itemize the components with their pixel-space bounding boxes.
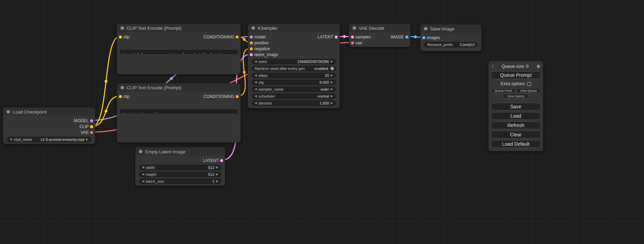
queue-prompt-button[interactable]: Queue Prompt: [491, 71, 540, 79]
input-port-latent-image[interactable]: [250, 53, 253, 56]
increment-arrow-icon[interactable]: ▶: [331, 102, 333, 105]
input-port-negative[interactable]: [250, 47, 253, 50]
output-port-model[interactable]: [90, 119, 93, 122]
next-value-arrow-icon[interactable]: ▶: [331, 88, 333, 91]
node-clip-text-encode-positive[interactable]: CLIP Text Encode (Prompt) clip CONDITION…: [117, 24, 241, 74]
workflow-canvas[interactable]: Load Checkpoint MODEL CLIP VAE ◀ ckpt_na…: [0, 0, 644, 244]
prev-value-arrow-icon[interactable]: ◀: [255, 88, 257, 91]
widget-filename-prefix[interactable]: filename_prefix ComfyUI: [424, 42, 478, 47]
widget-label: seed: [258, 60, 267, 64]
increment-arrow-icon[interactable]: ▶: [331, 74, 333, 77]
widget-label: steps: [258, 73, 267, 78]
toggle-knob-icon[interactable]: [330, 67, 334, 70]
output-slot-label: LATENT: [203, 158, 219, 163]
increment-arrow-icon[interactable]: ▶: [216, 166, 218, 169]
refresh-button[interactable]: Refresh: [491, 121, 540, 129]
widget-ckpt-name[interactable]: ◀ ckpt_name v1-5-pruned-emaonly.ckpt ▶: [7, 137, 91, 142]
settings-gear-icon[interactable]: ✱: [536, 64, 540, 69]
decrement-arrow-icon[interactable]: ◀: [142, 166, 144, 169]
load-button[interactable]: Load: [491, 112, 540, 120]
widget-label: Random seed after every gen: [255, 66, 305, 71]
widget-denoise[interactable]: ◀ denoise 1.000 ▶: [252, 100, 336, 106]
widget-value: 512: [208, 172, 214, 177]
view-history-button[interactable]: View History: [503, 94, 529, 98]
collapse-dot-icon[interactable]: [139, 150, 142, 153]
input-port-model[interactable]: [250, 35, 253, 38]
widget-height[interactable]: ◀ height 512 ▶: [139, 172, 221, 177]
collapse-dot-icon[interactable]: [121, 86, 124, 89]
input-port-positive[interactable]: [250, 41, 253, 44]
widget-value: v1-5-pruned-emaonly.ckpt: [41, 137, 85, 142]
widget-width[interactable]: ◀ width 512 ▶: [139, 165, 221, 170]
next-value-arrow-icon[interactable]: ▶: [86, 138, 88, 141]
decrement-arrow-icon[interactable]: ◀: [142, 180, 144, 183]
input-slot-label: samples: [355, 35, 371, 39]
queue-panel[interactable]: ⠿ Queue size: 0 ✱ Queue Prompt Extra opt…: [488, 61, 543, 151]
output-port-vae[interactable]: [90, 131, 93, 134]
output-slot-label: CONDITIONING: [203, 35, 234, 39]
increment-arrow-icon[interactable]: ▶: [216, 180, 218, 183]
widget-value: 156680208700286: [297, 60, 329, 64]
load-default-button[interactable]: Load Default: [491, 140, 540, 148]
prev-value-arrow-icon[interactable]: ◀: [255, 95, 257, 98]
queue-size-label: Queue size: 0: [494, 64, 536, 69]
output-port-clip[interactable]: [90, 125, 93, 128]
slot-row: MODEL: [3, 118, 95, 124]
input-slot-label: clip: [123, 94, 130, 99]
output-port-latent[interactable]: [335, 35, 338, 38]
node-clip-text-encode-negative[interactable]: CLIP Text Encode (Prompt) clip CONDITION…: [117, 83, 241, 143]
node-vae-decode[interactable]: VAE Decode samples IMAGE vae: [349, 24, 411, 47]
collapse-dot-icon[interactable]: [424, 27, 427, 30]
decrement-arrow-icon[interactable]: ◀: [142, 173, 144, 176]
extra-options-checkbox[interactable]: [527, 82, 531, 86]
prev-value-arrow-icon[interactable]: ◀: [10, 138, 12, 141]
widget-seed[interactable]: ◀ seed 156680208700286 ▶: [252, 59, 336, 64]
clear-button[interactable]: Clear: [491, 131, 540, 138]
collapse-dot-icon[interactable]: [252, 26, 255, 30]
input-port-samples[interactable]: [351, 35, 354, 38]
output-port-conditioning[interactable]: [236, 95, 239, 98]
node-load-checkpoint[interactable]: Load Checkpoint MODEL CLIP VAE ◀ ckpt_na…: [3, 107, 95, 144]
prompt-textarea[interactable]: beautiful scenery nature glass bottle la…: [120, 50, 238, 54]
node-ksampler[interactable]: KSampler model LATENT positive negative …: [248, 24, 340, 108]
node-empty-latent-image[interactable]: Empty Latent Image LATENT ◀ width 512 ▶ …: [135, 147, 225, 186]
next-value-arrow-icon[interactable]: ▶: [331, 95, 333, 98]
input-port-clip[interactable]: [119, 35, 122, 38]
increment-arrow-icon[interactable]: ▶: [216, 173, 218, 176]
input-port-vae[interactable]: [351, 41, 354, 44]
node-save-image[interactable]: Save Image images filename_prefix ComfyU…: [420, 24, 482, 51]
decrement-arrow-icon[interactable]: ◀: [255, 60, 257, 63]
widget-sampler-name[interactable]: ◀ sampler_name euler ▶: [252, 87, 336, 92]
widget-steps[interactable]: ◀ steps 20 ▶: [252, 73, 336, 78]
decrement-arrow-icon[interactable]: ◀: [255, 81, 257, 84]
input-port-images[interactable]: [422, 36, 425, 39]
queue-front-button[interactable]: Queue Front: [491, 88, 515, 93]
input-port-clip[interactable]: [119, 95, 122, 98]
increment-arrow-icon[interactable]: ▶: [331, 60, 333, 63]
node-header: Save Image: [421, 25, 481, 33]
widget-random-seed-toggle[interactable]: Random seed after every gen enabled: [252, 66, 336, 71]
input-slot-label: vae: [355, 40, 362, 45]
output-port-conditioning[interactable]: [236, 35, 239, 38]
increment-arrow-icon[interactable]: ▶: [331, 81, 333, 84]
node-header: Load Checkpoint: [3, 108, 95, 116]
widget-scheduler[interactable]: ◀ scheduler normal ▶: [252, 93, 336, 99]
view-queue-button[interactable]: View Queue: [517, 88, 540, 93]
decrement-arrow-icon[interactable]: ◀: [255, 74, 257, 77]
input-slot-label: latent_image: [254, 52, 278, 57]
collapse-dot-icon[interactable]: [121, 26, 124, 30]
collapse-dot-icon[interactable]: [7, 110, 10, 114]
widget-cfg[interactable]: ◀ cfg 8.000 ▶: [252, 80, 336, 85]
extra-options-row: Extra options: [491, 81, 540, 87]
widget-value: 20: [325, 73, 329, 78]
output-port-image[interactable]: [405, 35, 408, 38]
prompt-textarea[interactable]: text, watermark: [120, 109, 238, 114]
input-slot-label: model: [254, 35, 266, 39]
widget-batch-size[interactable]: ◀ batch_size 1 ▶: [139, 179, 221, 184]
output-port-latent[interactable]: [220, 159, 223, 162]
decrement-arrow-icon[interactable]: ◀: [255, 102, 257, 105]
collapse-dot-icon[interactable]: [353, 26, 356, 30]
save-button[interactable]: Save: [491, 103, 540, 110]
output-slot-label: MODEL: [74, 118, 89, 123]
drag-handle-icon[interactable]: ⠿: [491, 64, 494, 69]
